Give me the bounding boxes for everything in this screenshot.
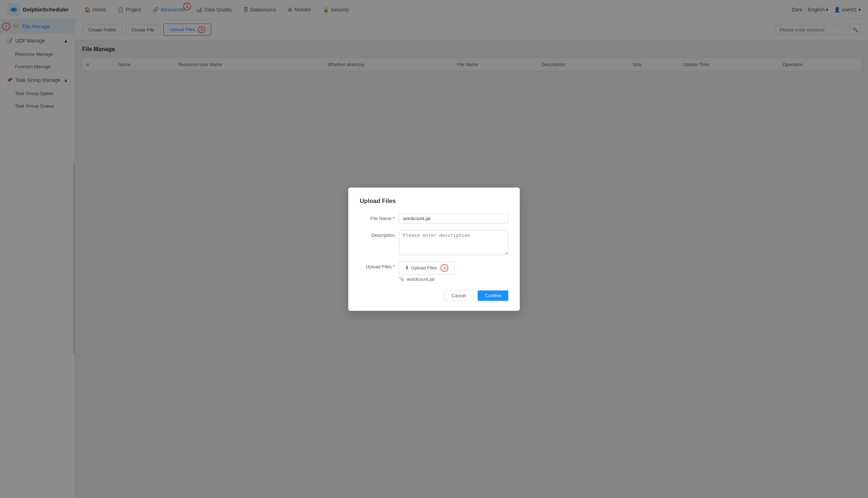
modal-title: Upload Files xyxy=(360,198,508,205)
upload-icon: ⬆ xyxy=(405,265,409,270)
upload-files-button[interactable]: ⬆ Upload Files 4 xyxy=(399,262,454,274)
description-label: Description xyxy=(360,230,399,238)
confirm-button[interactable]: Confirm xyxy=(478,290,508,301)
upload-files-row: Upload Files * ⬆ Upload Files 4 📎 wordco… xyxy=(360,262,508,282)
upload-badge: 4 xyxy=(440,264,448,272)
modal-footer: Cancel Confirm xyxy=(360,290,508,301)
file-name-row: File Name * xyxy=(360,213,508,224)
description-row: Description xyxy=(360,230,508,255)
upload-files-area: ⬆ Upload Files 4 📎 wordcount.jar xyxy=(399,262,454,282)
clip-icon: 📎 xyxy=(399,277,405,282)
description-textarea[interactable] xyxy=(399,230,508,255)
modal-overlay: Upload Files File Name * Description Upl… xyxy=(0,0,868,498)
attached-filename: wordcount.jar xyxy=(407,277,435,282)
file-name-input[interactable] xyxy=(399,213,508,224)
upload-files-modal: Upload Files File Name * Description Upl… xyxy=(348,188,520,311)
cancel-button[interactable]: Cancel xyxy=(444,290,473,301)
attached-file: 📎 wordcount.jar xyxy=(399,277,454,282)
file-name-label: File Name * xyxy=(360,213,399,221)
upload-files-label: Upload Files * xyxy=(360,262,399,269)
